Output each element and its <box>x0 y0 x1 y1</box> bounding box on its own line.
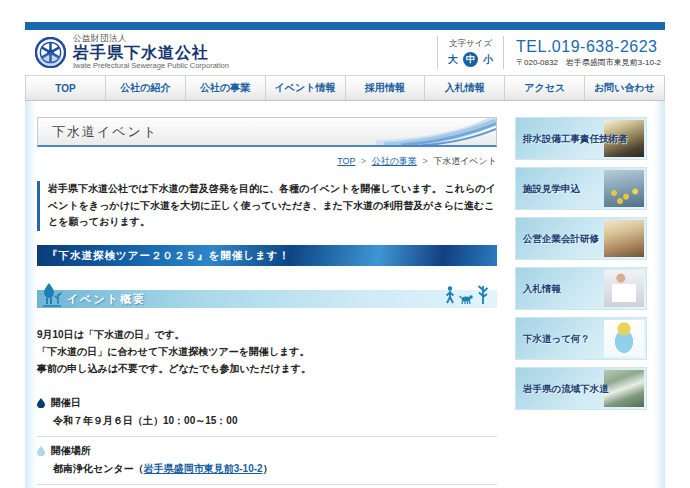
sidebar-banner-bid-info[interactable]: 入札情報 <box>515 267 647 310</box>
sidebar-banner-what-is-sewer[interactable]: 下水道って何？ <box>515 317 647 360</box>
place-address-link[interactable]: 岩手県盛岡市東見前3-10-2 <box>144 463 263 474</box>
font-size-label: 文字サイズ <box>448 38 493 50</box>
walking-person-icon <box>445 286 455 304</box>
breadcrumb-current: 下水道イベント <box>433 156 497 166</box>
drop-bullet-icon <box>37 398 45 408</box>
global-nav: TOP 公社の紹介 公社の事業 イベント情報 採用情報 入札情報 アクセス お問… <box>25 75 665 101</box>
mascot-character-image <box>604 320 644 357</box>
sidebar: 排水設備工事責任技術者 施設見学申込 公営企業会計研修 入札情報 下水道って何？… <box>515 117 647 488</box>
mascot-tree-icon <box>41 282 63 308</box>
sidebar-banner-basin-sewerage[interactable]: 岩手県の流域下水道 <box>515 367 647 410</box>
postal-address: 〒020-0832 岩手県盛岡市東見前3-10-2 <box>516 57 661 68</box>
breadcrumb-separator: > <box>422 156 427 166</box>
bid-box-photo <box>604 270 644 307</box>
font-size-selector: 文字サイズ 大 中 小 <box>437 36 504 69</box>
corporation-logo-icon <box>35 37 66 68</box>
page-title-banner: 下水道イベント <box>37 117 497 147</box>
description-line: 9月10日は「下水道の日」です。 <box>37 326 497 343</box>
phone-number: TEL.019-638-2623 <box>516 38 661 56</box>
breadcrumb-separator: > <box>361 156 366 166</box>
top-accent-bar <box>25 22 665 30</box>
nav-item-about[interactable]: 公社の紹介 <box>106 76 186 100</box>
breadcrumb: TOP > 公社の事業 > 下水道イベント <box>37 155 497 168</box>
sidebar-banner-label: 岩手県の流域下水道 <box>523 382 609 395</box>
dog-icon <box>459 294 473 304</box>
section-title: イベント概要 <box>67 292 146 307</box>
page-container: 公益財団法人 岩手県下水道公社 Iwate Prefectural Sewera… <box>25 22 665 488</box>
org-type-label: 公益財団法人 <box>73 34 229 43</box>
detail-label-place: 開催場所 <box>51 444 91 458</box>
org-name: 岩手県下水道公社 <box>73 44 229 62</box>
nav-item-business[interactable]: 公社の事業 <box>186 76 266 100</box>
sidebar-banner-label: 公営企業会計研修 <box>523 232 599 245</box>
font-size-medium-button[interactable]: 中 <box>463 52 478 67</box>
facility-tour-photo <box>604 170 644 207</box>
detail-value-place: 都南浄化センター（岩手県盛岡市東見前3-10-2） <box>53 462 497 476</box>
event-announcement-banner: 『下水道探検ツアー２０２５』を開催します！ <box>37 245 497 266</box>
drop-bullet-icon <box>37 446 45 456</box>
sidebar-banner-facility-tour[interactable]: 施設見学申込 <box>515 167 647 210</box>
event-detail-row-date: 開催日 令和７年９月６日（土）10：00～15：00 <box>37 389 497 437</box>
font-size-small-button[interactable]: 小 <box>483 53 493 67</box>
breadcrumb-parent-link[interactable]: 公社の事業 <box>372 156 417 166</box>
nav-item-access[interactable]: アクセス <box>505 76 585 100</box>
site-logo-brand[interactable]: 公益財団法人 岩手県下水道公社 Iwate Prefectural Sewera… <box>35 34 229 70</box>
org-name-english: Iwate Prefectural Sewerage Public Corpor… <box>73 62 229 70</box>
nav-item-contact[interactable]: お問い合わせ <box>585 76 665 100</box>
treatment-plant-aerial-photo <box>604 370 644 407</box>
detail-label-date: 開催日 <box>51 396 81 410</box>
accounting-seminar-photo <box>604 220 644 257</box>
tree-icon <box>477 284 489 304</box>
sidebar-banner-label: 施設見学申込 <box>523 182 580 195</box>
font-size-large-button[interactable]: 大 <box>448 53 458 67</box>
breadcrumb-top-link[interactable]: TOP <box>337 156 355 166</box>
wave-decoration <box>376 118 496 146</box>
sidebar-banner-accounting-training[interactable]: 公営企業会計研修 <box>515 217 647 260</box>
content-area: 下水道イベント TOP > 公社の事業 > 下水道イベント 岩手県下水道公社では… <box>25 101 665 488</box>
event-summary-section-header: イベント概要 <box>37 290 497 308</box>
place-suffix: ） <box>263 463 273 474</box>
nav-item-bidding[interactable]: 入札情報 <box>425 76 505 100</box>
sidebar-banner-label: 入札情報 <box>523 282 561 295</box>
sidebar-banner-label: 下水道って何？ <box>523 332 590 345</box>
event-detail-row-place: 開催場所 都南浄化センター（岩手県盛岡市東見前3-10-2） <box>37 437 497 485</box>
sidebar-banner-drainage-technician[interactable]: 排水設備工事責任技術者 <box>515 117 647 160</box>
nav-item-events[interactable]: イベント情報 <box>266 76 346 100</box>
nav-item-top[interactable]: TOP <box>25 76 106 100</box>
description-line: 「下水道の日」に合わせて下水道探検ツアーを開催します。 <box>37 343 497 360</box>
contact-block: TEL.019-638-2623 〒020-0832 岩手県盛岡市東見前3-10… <box>504 38 661 68</box>
sidebar-banner-label: 排水設備工事責任技術者 <box>523 132 628 145</box>
event-detail-row-flyer: 案内チラシ <box>37 485 497 488</box>
main-column: 下水道イベント TOP > 公社の事業 > 下水道イベント 岩手県下水道公社では… <box>37 117 497 488</box>
event-details-list: 開催日 令和７年９月６日（土）10：00～15：00 開催場所 都南浄化センター… <box>37 389 497 488</box>
description-line: 事前の申し込みは不要です。どなたでも参加いただけます。 <box>37 360 497 377</box>
event-description: 9月10日は「下水道の日」です。 「下水道の日」に合わせて下水道探検ツアーを開催… <box>37 326 497 377</box>
intro-paragraph: 岩手県下水道公社では下水道の普及啓発を目的に、各種のイベントを開催しています。 … <box>37 181 497 231</box>
site-header: 公益財団法人 岩手県下水道公社 Iwate Prefectural Sewera… <box>25 30 665 75</box>
nav-item-recruit[interactable]: 採用情報 <box>346 76 426 100</box>
place-name: 都南浄化センター（ <box>53 463 144 474</box>
header-utility: 文字サイズ 大 中 小 TEL.019-638-2623 〒020-0832 岩… <box>437 36 661 70</box>
detail-value-date: 令和７年９月６日（土）10：00～15：00 <box>53 414 497 428</box>
